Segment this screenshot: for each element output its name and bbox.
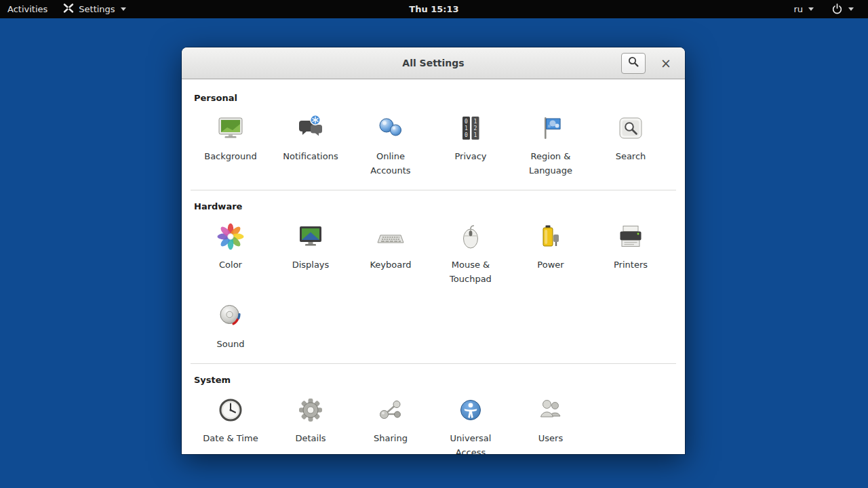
users-icon — [534, 394, 567, 426]
notifications-icon — [294, 112, 327, 144]
keyboard-layout-indicator[interactable]: ru — [786, 4, 821, 14]
settings-item-label: Printers — [614, 258, 648, 272]
keyboard-layout-label: ru — [793, 4, 803, 14]
settings-item-label: Users — [538, 431, 563, 445]
section-title: System — [194, 375, 676, 385]
header-bar[interactable]: All Settings × — [182, 47, 685, 79]
settings-item-mouse-touchpad[interactable]: Mouse & Touchpad — [431, 219, 511, 287]
settings-item-label: Search — [616, 149, 646, 163]
app-menu-label: Settings — [79, 4, 115, 14]
section-hardware: Hardware — [191, 190, 676, 363]
section-title: Hardware — [194, 201, 676, 211]
settings-item-online-accounts[interactable]: Online Accounts — [351, 110, 431, 179]
settings-item-label: Sound — [217, 337, 245, 351]
clock-label: Thu 15:13 — [409, 4, 458, 14]
clock-icon — [214, 394, 247, 426]
settings-item-notifications[interactable]: Notifications — [271, 110, 351, 179]
background-icon — [214, 112, 247, 144]
settings-item-label: Online Accounts — [370, 149, 410, 178]
crossed-tools-icon — [62, 3, 75, 16]
settings-item-power[interactable]: Power — [511, 219, 591, 287]
settings-item-label: Background — [204, 149, 257, 163]
section-system: System Date & Time — [191, 363, 676, 454]
settings-item-sound[interactable]: Sound — [191, 298, 271, 352]
all-settings-window: All Settings × Personal — [182, 47, 685, 454]
region-language-icon — [534, 112, 567, 144]
universal-access-icon — [454, 394, 487, 426]
settings-item-label: Mouse & Touchpad — [450, 258, 492, 286]
gear-icon — [294, 394, 327, 426]
settings-item-label: Details — [295, 431, 326, 445]
svg-text:1: 1 — [474, 132, 477, 138]
search-tile-icon — [614, 112, 647, 144]
printer-icon — [614, 220, 647, 253]
settings-item-label: Date & Time — [203, 431, 258, 445]
settings-item-users[interactable]: Users — [511, 392, 591, 454]
search-icon — [627, 56, 639, 70]
svg-text:0: 0 — [465, 119, 468, 125]
top-bar: Activities Settings Thu 15:13 ru — [0, 0, 868, 18]
online-accounts-icon — [374, 112, 407, 144]
speaker-icon — [214, 300, 247, 332]
app-menu-settings[interactable]: Settings — [55, 3, 133, 16]
color-icon — [214, 220, 247, 253]
settings-item-keyboard[interactable]: Keyboard — [351, 219, 431, 287]
keyboard-icon — [374, 220, 407, 253]
svg-text:1: 1 — [465, 125, 468, 131]
privacy-icon: 010 121 — [454, 112, 487, 144]
settings-item-label: Sharing — [374, 431, 408, 445]
activities-label: Activities — [7, 4, 47, 14]
settings-item-printers[interactable]: Printers — [591, 219, 671, 287]
settings-content: Personal Background — [182, 79, 685, 454]
settings-item-details[interactable]: Details — [271, 392, 351, 454]
settings-item-label: Universal Access — [450, 431, 492, 454]
settings-item-region-language[interactable]: Region & Language — [511, 110, 591, 179]
settings-item-label: Privacy — [454, 149, 486, 163]
section-personal: Personal Background — [191, 82, 676, 190]
close-button[interactable]: × — [656, 54, 675, 73]
sharing-icon — [374, 394, 407, 426]
settings-item-label: Region & Language — [529, 149, 572, 178]
settings-item-label: Power — [537, 258, 564, 272]
settings-item-label: Keyboard — [370, 258, 411, 272]
settings-item-color[interactable]: Color — [191, 219, 271, 287]
chevron-down-icon — [121, 7, 126, 11]
battery-icon — [534, 220, 567, 253]
chevron-down-icon — [808, 7, 814, 11]
svg-text:0: 0 — [465, 132, 468, 138]
svg-text:2: 2 — [474, 125, 477, 131]
settings-item-date-time[interactable]: Date & Time — [191, 392, 271, 454]
close-icon: × — [660, 56, 671, 70]
displays-icon — [294, 220, 327, 253]
power-icon — [831, 3, 843, 16]
settings-item-label: Notifications — [283, 149, 338, 163]
settings-item-universal-access[interactable]: Universal Access — [431, 392, 511, 454]
settings-item-sharing[interactable]: Sharing — [351, 392, 431, 454]
svg-text:1: 1 — [474, 119, 477, 125]
system-status-menu[interactable] — [824, 3, 861, 16]
settings-item-background[interactable]: Background — [191, 110, 271, 179]
settings-item-privacy[interactable]: 010 121 Privacy — [431, 110, 511, 179]
chevron-down-icon — [848, 7, 854, 11]
search-button[interactable] — [621, 53, 646, 74]
mouse-icon — [454, 220, 487, 253]
settings-item-label: Displays — [292, 258, 330, 272]
window-title: All Settings — [182, 58, 685, 68]
settings-item-label: Color — [219, 258, 242, 272]
settings-item-search[interactable]: Search — [591, 110, 671, 179]
activities-button[interactable]: Activities — [0, 4, 55, 14]
settings-item-displays[interactable]: Displays — [271, 219, 351, 287]
section-title: Personal — [194, 93, 676, 103]
